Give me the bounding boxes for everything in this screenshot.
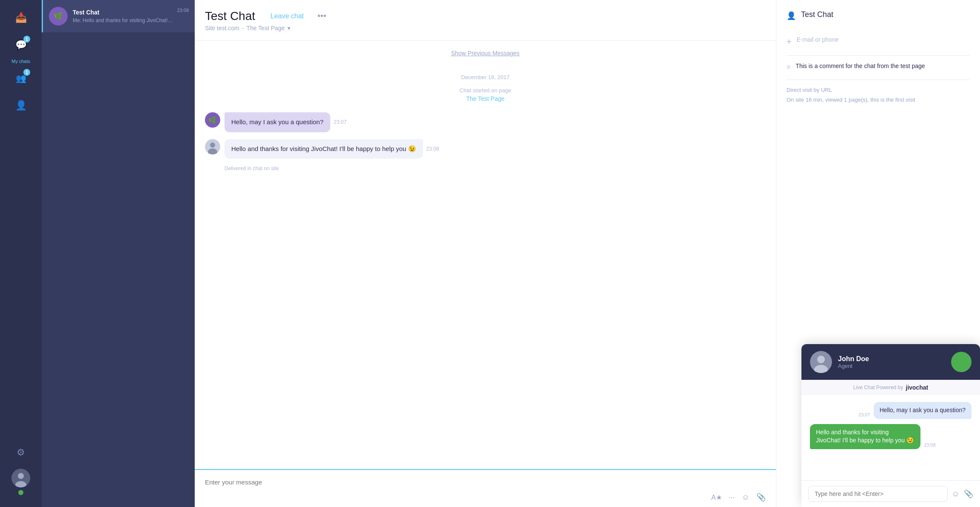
chat-header: Test Chat Leave chat ••• Site test.com -…	[195, 0, 776, 41]
widget-attach-icon[interactable]: 📎	[964, 489, 973, 498]
sidebar-settings-section: ⚙	[10, 441, 32, 465]
widget-input-area: ☺ 📎	[801, 480, 980, 507]
comment-text: This is a comment for the chat from the …	[795, 63, 925, 69]
subtitle-page: The Test Page	[247, 25, 285, 31]
team-icon: 👤	[15, 100, 27, 111]
sidebar-mychats-section: 💬 1 My chats	[10, 34, 32, 64]
subtitle-site: Site test.com	[205, 25, 239, 31]
sidebar-visitors-section: 👥 1	[10, 67, 32, 91]
chat-subtitle[interactable]: Site test.com - The Test Page ▾	[205, 25, 766, 31]
chat-widget: John Doe Agent Live Chat Powered by jivo…	[801, 344, 980, 507]
email-placeholder: E-mail or phone	[797, 36, 839, 43]
widget-message-input[interactable]	[808, 486, 948, 502]
widget-powered-bar: Live Chat Powered by jivochat	[801, 380, 980, 395]
sidebar: 📥 💬 1 My chats 👥 1 👤 ⚙	[0, 0, 42, 507]
divider-2	[787, 80, 970, 80]
inbox-icon: 📥	[15, 12, 27, 23]
message-input-area: A★ ··· ☺ 📎	[195, 469, 776, 507]
message-row-1: 🌿 Hello, may I ask you a question? 23:07	[205, 112, 766, 132]
sidebar-avatar-section	[11, 469, 30, 497]
divider-1	[787, 55, 970, 56]
chat-list-panel: 🌿 Test Chat Me: Hello and thanks for vis…	[42, 0, 195, 507]
right-panel-comment-item: ≡ This is a comment for the chat from th…	[787, 63, 970, 71]
message-bubble-1: Hello, may I ask you a question?	[224, 112, 330, 132]
show-previous-messages: Show Previous Messages	[205, 49, 766, 57]
message-input[interactable]	[205, 475, 766, 489]
mychats-badge: 1	[23, 36, 30, 43]
comment-icon: ≡	[787, 63, 790, 71]
right-panel: 👤 Test Chat + E-mail or phone ≡ This is …	[776, 0, 980, 507]
sidebar-settings-button[interactable]: ⚙	[10, 441, 32, 464]
emoji-button[interactable]: ☺	[742, 493, 750, 502]
widget-agent-avatar	[810, 351, 832, 373]
messages-area: Show Previous Messages December 18, 2017…	[195, 41, 776, 469]
main-chat: Test Chat Leave chat ••• Site test.com -…	[195, 0, 776, 507]
widget-time-1: 23:07	[858, 412, 870, 417]
quick-replies-icon: ···	[729, 493, 735, 501]
header-left: Test Chat Leave chat ••• Site test.com -…	[205, 9, 766, 31]
chat-started-page: The Test Page	[205, 95, 766, 102]
leave-chat-button[interactable]: Leave chat	[270, 12, 304, 20]
chevron-icon: ▾	[287, 25, 290, 31]
more-button[interactable]: •••	[318, 11, 327, 21]
widget-time-2: 23:08	[924, 442, 936, 447]
widget-msg-row-2: Hello and thanks for visiting JivoChat! …	[810, 424, 971, 449]
date-divider: December 18, 2017	[205, 74, 766, 80]
sidebar-item-team[interactable]: 👤	[10, 94, 32, 117]
right-panel-title: Test Chat	[801, 10, 833, 19]
message-status-2: Delivered in chat on site	[224, 165, 766, 171]
widget-agent-msg: Hello and thanks for visiting JivoChat! …	[816, 429, 914, 444]
settings-icon: ⚙	[17, 447, 25, 458]
subtitle-sep: -	[242, 25, 244, 31]
widget-agent-info: John Doe Agent	[838, 355, 945, 369]
svg-point-7	[817, 356, 825, 363]
agent-avatar-2	[205, 139, 220, 154]
widget-header: John Doe Agent	[801, 344, 980, 380]
input-toolbar: A★ ··· ☺ 📎	[205, 489, 766, 502]
widget-agent-name: John Doe	[838, 355, 945, 363]
attach-icon: 📎	[756, 493, 766, 501]
sidebar-item-mychats[interactable]: 💬 1	[10, 34, 32, 56]
translate-button[interactable]: A★	[711, 493, 722, 502]
sidebar-inbox-section: 📥	[10, 7, 32, 31]
chat-title: Test Chat	[205, 9, 255, 23]
widget-agent-role: Agent	[838, 363, 945, 369]
visitors-badge: 1	[23, 69, 30, 76]
message-bubble-2: Hello and thanks for visiting JivoChat! …	[224, 139, 423, 159]
visit-type: Direct visit by URL	[787, 87, 970, 93]
show-previous-link[interactable]: Show Previous Messages	[451, 50, 520, 57]
widget-emoji-icon[interactable]: ☺	[952, 490, 960, 498]
jivochat-logo: jivochat	[906, 384, 928, 391]
quick-replies-button[interactable]: ···	[729, 493, 735, 502]
widget-msg-row-1: 23:07 Hello, may I ask you a question?	[810, 402, 971, 419]
widget-bubble-1: Hello, may I ask you a question?	[874, 402, 971, 419]
chat-list-item[interactable]: 🌿 Test Chat Me: Hello and thanks for vis…	[42, 0, 195, 32]
plus-icon: +	[787, 37, 792, 47]
chat-info: Test Chat Me: Hello and thanks for visit…	[73, 9, 173, 23]
widget-accent-bubble	[951, 352, 971, 372]
translate-icon: A★	[711, 494, 722, 501]
sidebar-item-visitors[interactable]: 👥 1	[10, 67, 32, 89]
svg-point-4	[210, 142, 215, 148]
widget-bubble-2: Hello and thanks for visiting JivoChat! …	[810, 424, 920, 449]
chat-time: 23:08	[177, 8, 189, 13]
status-dot	[18, 490, 23, 495]
powered-by-text: Live Chat Powered by	[853, 385, 903, 390]
chat-preview: Me: Hello and thanks for visiting JivoCh…	[73, 17, 173, 23]
widget-messages: 23:07 Hello, may I ask you a question? H…	[801, 395, 980, 480]
message-row-2: Hello and thanks for visiting JivoChat! …	[205, 139, 766, 159]
right-panel-email-item: + E-mail or phone	[787, 36, 970, 47]
attach-button[interactable]: 📎	[756, 493, 766, 502]
chat-started-label: Chat started on page	[205, 87, 766, 94]
message-group-2: Hello and thanks for visiting JivoChat! …	[205, 139, 766, 172]
sidebar-item-inbox[interactable]: 📥	[10, 7, 32, 29]
svg-point-1	[18, 473, 24, 479]
chat-avatar: 🌿	[49, 7, 68, 26]
agent-avatar-sidebar[interactable]	[11, 469, 30, 487]
visitor-avatar-1: 🌿	[205, 112, 220, 128]
emoji-icon: ☺	[742, 493, 750, 501]
right-panel-name-item: 👤 Test Chat	[787, 10, 970, 28]
sidebar-team-section: 👤	[10, 94, 32, 118]
mychats-label: My chats	[11, 59, 30, 64]
message-time-2: 23:08	[426, 146, 439, 152]
